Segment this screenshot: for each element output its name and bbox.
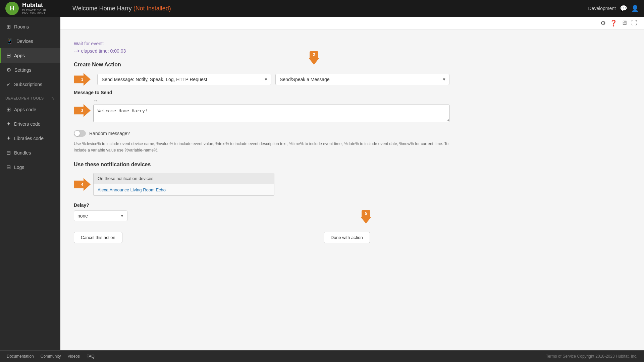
sidebar-item-settings[interactable]: ⚙ Settings [0, 63, 60, 77]
devices-box-header: On these notification devices [94, 173, 274, 184]
cancel-action-button[interactable]: Cancel this action [74, 232, 122, 243]
chat-icon[interactable]: 💬 [620, 5, 627, 12]
user-icon[interactable]: 👤 [631, 5, 639, 12]
random-message-toggle[interactable] [74, 130, 86, 137]
wait-event-elapsed: --> elapsed time: 0:00:03 [74, 47, 449, 55]
libraries-code-icon: ✦ [6, 135, 11, 141]
action-buttons-section: 5 Cancel this action Done with action [74, 232, 449, 243]
apps-code-icon: ⊞ [6, 106, 11, 113]
delay-section: Delay? none 1 minute 5 minutes 10 minute… [74, 202, 449, 221]
delay-label: Delay? [74, 202, 449, 208]
send-type-dropdown-wrap: Send/Speak a Message ▼ [275, 74, 449, 85]
device-link[interactable]: Alexa Announce Living Room Echo [98, 187, 166, 192]
devices-box: On these notification devices Alexa Anno… [93, 173, 274, 196]
sidebar-label-bundles: Bundles [14, 150, 31, 156]
subscriptions-icon: ✓ [6, 81, 11, 87]
arrow-3-indicator: 3 [74, 104, 91, 117]
sidebar-label-apps-code: Apps code [14, 107, 36, 112]
content-area: ⚙ ❓ 🖥 ⛶ Wait for event: --> elapsed time… [60, 17, 644, 350]
action-buttons: Cancel this action Done with action [74, 232, 449, 243]
message-textarea[interactable] [93, 105, 449, 122]
settings-icon: ⚙ [6, 67, 11, 73]
arrow-5-label: 5 [362, 210, 371, 217]
sidebar-item-logs[interactable]: ⊟ Logs [0, 160, 60, 174]
sidebar-label-rooms: Rooms [14, 24, 29, 29]
sidebar-item-apps-code[interactable]: ⊞ Apps code [0, 102, 60, 117]
footer: Documentation Community Videos FAQ Terms… [0, 350, 644, 362]
logo-icon: H [5, 2, 19, 15]
arrow-2-triangle [309, 58, 319, 65]
arrow-5-indicator: 5 [361, 210, 371, 224]
delay-select-wrap: none 1 minute 5 minutes 10 minutes 30 mi… [74, 210, 127, 221]
send-type-dropdown[interactable]: Send/Speak a Message [275, 74, 449, 85]
sidebar-item-devices[interactable]: 📱 Devices [0, 34, 60, 48]
random-message-label: Random message? [89, 131, 130, 136]
message-section: Message to Send 3 ↔ [74, 90, 449, 123]
notification-arrow-wrapper: 4 On these notification devices Alexa An… [74, 173, 449, 196]
not-installed-badge: (Not Installed) [133, 5, 171, 12]
dropdowns-row: 1 Send Message: Notify, Speak, Log, HTTP… [74, 73, 449, 86]
footer-copyright: Terms of Service Copyright 2018-2023 Hub… [546, 354, 637, 359]
resize-icon: ↔ [93, 98, 449, 103]
header-right: Development 💬 👤 [588, 5, 639, 12]
toggle-knob [74, 131, 80, 136]
notification-section: Use these notification devices 4 On thes… [74, 162, 449, 196]
footer-link-documentation[interactable]: Documentation [7, 354, 34, 359]
sidebar-item-rooms[interactable]: ⊞ Rooms [0, 19, 60, 34]
page-content: Wait for event: --> elapsed time: 0:00:0… [60, 30, 463, 253]
arrow-2-indicator: 2 [309, 51, 319, 65]
footer-link-faq[interactable]: FAQ [87, 354, 95, 359]
arrow-4-indicator: 4 [74, 178, 91, 191]
monitor-toolbar-icon[interactable]: 🖥 [621, 19, 627, 27]
message-field-label: Message to Send [74, 90, 449, 95]
expand-toolbar-icon[interactable]: ⛶ [631, 19, 637, 27]
done-action-button[interactable]: Done with action [324, 232, 370, 243]
message-type-dropdown-wrap: Send Message: Notify, Speak, Log, HTTP R… [97, 74, 271, 85]
collapse-developer-tools[interactable]: ⤡ [51, 96, 55, 101]
arrow-1-label: 1 [81, 77, 83, 81]
create-action-title: Create New Action [74, 62, 449, 68]
sidebar-item-drivers-code[interactable]: ✦ Drivers code [0, 117, 60, 131]
message-type-dropdown[interactable]: Send Message: Notify, Speak, Log, HTTP R… [97, 74, 271, 85]
drivers-code-icon: ✦ [6, 121, 11, 127]
sidebar-label-subscriptions: Subscriptions [14, 82, 42, 87]
top-header: H Hubitat ELEVATE YOUR ENVIRONMENT Welco… [0, 0, 644, 17]
gear-toolbar-icon[interactable]: ⚙ [600, 19, 606, 27]
developer-tools-label: Developer tools ⤡ [0, 92, 60, 102]
message-arrow-wrapper: 3 ↔ [74, 98, 449, 123]
random-message-row: Random message? [74, 130, 449, 137]
sidebar-label-apps: Apps [14, 53, 25, 58]
logo-area: H Hubitat ELEVATE YOUR ENVIRONMENT [5, 2, 66, 15]
main-layout: ⊞ Rooms 📱 Devices ⊟ Apps ⚙ Settings ✓ Su… [0, 17, 644, 350]
sidebar-item-libraries-code[interactable]: ✦ Libraries code [0, 131, 60, 145]
page-title: Welcome Home Harry (Not Installed) [66, 5, 588, 12]
help-text: Use %device% to include event device nam… [74, 141, 449, 154]
sidebar-item-apps[interactable]: ⊟ Apps [0, 48, 60, 63]
sidebar-label-drivers-code: Drivers code [14, 121, 41, 127]
content-toolbar: ⚙ ❓ 🖥 ⛶ [60, 17, 644, 30]
sidebar-label-settings: Settings [14, 67, 32, 73]
notification-section-title: Use these notification devices [74, 162, 449, 168]
arrow-2-label: 2 [310, 51, 319, 58]
brand-name: Hubitat [22, 2, 66, 9]
logs-icon: ⊟ [6, 164, 11, 170]
footer-link-videos[interactable]: Videos [67, 354, 79, 359]
sidebar-item-bundles[interactable]: ⊟ Bundles [0, 145, 60, 160]
devices-icon: 📱 [6, 38, 13, 44]
arrow-1-indicator: 1 [74, 73, 91, 86]
wait-event-block: Wait for event: --> elapsed time: 0:00:0… [74, 40, 449, 55]
wait-event-label: Wait for event: [74, 40, 449, 47]
sidebar-item-subscriptions[interactable]: ✓ Subscriptions [0, 77, 60, 92]
dropdowns-section: 2 1 Send Message: Notify, Speak, Log, HT… [74, 73, 449, 86]
environment-label: Development [588, 6, 616, 11]
delay-select[interactable]: none 1 minute 5 minutes 10 minutes 30 mi… [74, 210, 127, 221]
devices-box-body: Alexa Announce Living Room Echo [94, 184, 274, 195]
bundles-icon: ⊟ [6, 149, 11, 156]
arrow-4-label: 4 [81, 182, 83, 186]
footer-link-community[interactable]: Community [41, 354, 61, 359]
help-toolbar-icon[interactable]: ❓ [610, 19, 617, 27]
message-textarea-wrap: ↔ [93, 98, 449, 123]
apps-icon: ⊟ [6, 52, 11, 59]
sidebar: ⊞ Rooms 📱 Devices ⊟ Apps ⚙ Settings ✓ Su… [0, 17, 60, 350]
rooms-icon: ⊞ [6, 23, 11, 30]
